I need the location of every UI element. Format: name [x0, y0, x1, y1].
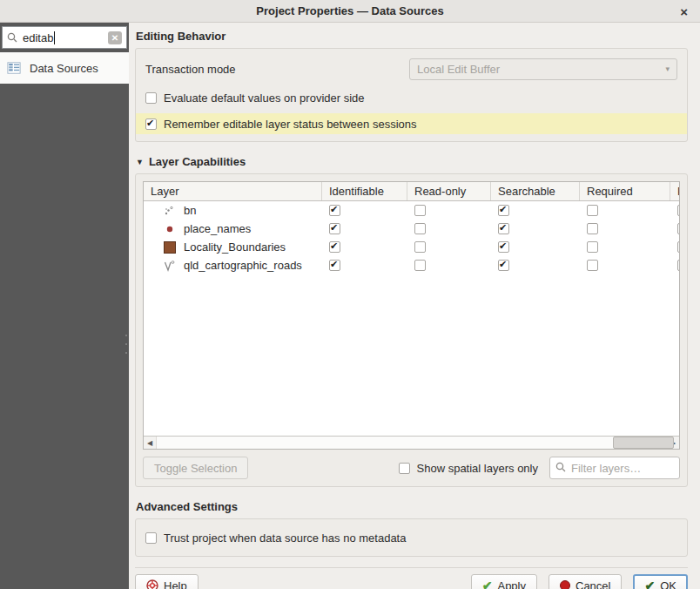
required-checkbox[interactable] — [587, 205, 598, 216]
required-checkbox[interactable] — [587, 260, 598, 271]
polygon-icon — [163, 240, 177, 254]
show-spatial-layers-row[interactable]: Show spatial layers only — [399, 462, 538, 475]
column-header-searchable[interactable]: Searchable — [491, 182, 580, 200]
dialog-button-box: Help ✔ Apply Cancel ✔ OK — [135, 567, 688, 589]
splitter-handle[interactable] — [125, 335, 128, 354]
sidebar-item-label: Data Sources — [30, 62, 98, 75]
identifiable-checkbox[interactable] — [329, 241, 340, 253]
window-title: Project Properties — Data Sources — [256, 4, 443, 17]
trust-project-row[interactable]: Trust project when data source has no me… — [145, 529, 677, 546]
required-checkbox[interactable] — [587, 241, 598, 253]
apply-label: Apply — [497, 579, 526, 589]
sidebar-item-data-sources[interactable]: Data Sources — [0, 52, 129, 84]
title-bar[interactable]: Project Properties — Data Sources × — [0, 0, 700, 23]
editing-behavior-heading: Editing Behavior — [135, 30, 688, 43]
identifiable-checkbox[interactable] — [329, 260, 340, 271]
horizontal-scrollbar[interactable]: ◀ ▶ — [144, 436, 679, 449]
private-checkbox[interactable] — [677, 241, 679, 253]
apply-button[interactable]: ✔ Apply — [471, 574, 537, 589]
layer-capabilities-heading[interactable]: ▼ Layer Capabilities — [135, 155, 688, 168]
show-spatial-layers-checkbox[interactable] — [399, 463, 410, 474]
line-icon — [163, 259, 177, 273]
project-properties-dialog: Project Properties — Data Sources × edit… — [0, 0, 700, 589]
table-row[interactable]: qld_cartographic_roads — [144, 256, 679, 274]
required-checkbox[interactable] — [587, 223, 598, 234]
column-header-read-only[interactable]: Read-only — [407, 182, 491, 200]
evaluate-default-values-checkbox[interactable] — [145, 92, 157, 104]
evaluate-default-values-label: Evaluate default values on provider side — [164, 91, 365, 105]
sidebar-empty-area — [0, 84, 129, 589]
transaction-mode-value: Local Edit Buffer — [417, 63, 500, 76]
point-cluster-icon — [163, 204, 177, 218]
ok-label: OK — [660, 579, 676, 589]
scrollbar-track[interactable] — [157, 437, 666, 449]
trust-project-checkbox[interactable] — [145, 532, 157, 544]
clear-search-icon[interactable]: ✕ — [108, 31, 122, 44]
scroll-left-icon[interactable]: ◀ — [144, 437, 157, 449]
read-only-checkbox[interactable] — [414, 205, 426, 216]
search-icon — [555, 462, 566, 475]
options-search-input[interactable]: editab ✕ — [2, 26, 127, 49]
column-header-private[interactable]: Pr — [670, 182, 680, 200]
table-row[interactable]: bn — [144, 201, 679, 220]
cancel-button[interactable]: Cancel — [549, 574, 622, 589]
evaluate-default-values-row[interactable]: Evaluate default values on provider side — [145, 89, 677, 106]
table-row[interactable]: place_names — [144, 220, 679, 238]
layer-name: Locality_Boundaries — [184, 240, 286, 254]
layer-name: qld_cartographic_roads — [184, 259, 302, 272]
private-checkbox[interactable] — [677, 205, 679, 216]
remember-editable-row[interactable]: Remember editable layer status between s… — [136, 113, 687, 134]
close-icon[interactable]: × — [676, 0, 691, 23]
layer-name: place_names — [184, 222, 251, 235]
table-row[interactable]: Locality_Boundaries — [144, 238, 679, 256]
private-checkbox[interactable] — [677, 260, 679, 271]
table-body: bn — [144, 201, 679, 436]
scrollbar-thumb[interactable] — [613, 437, 674, 449]
sidebar: editab ✕ Data Sources — [0, 23, 129, 589]
table-header-row: Layer Identifiable Read-only Searchable … — [144, 182, 679, 201]
layer-name: bn — [184, 204, 196, 217]
read-only-checkbox[interactable] — [414, 223, 426, 234]
advanced-settings-group: Trust project when data source has no me… — [135, 518, 688, 557]
column-header-layer[interactable]: Layer — [144, 182, 322, 200]
data-sources-page: Editing Behavior Transaction mode Local … — [129, 23, 700, 589]
searchable-checkbox[interactable] — [498, 205, 509, 216]
layer-capabilities-title: Layer Capabilities — [149, 155, 246, 168]
private-checkbox[interactable] — [677, 223, 679, 234]
searchable-checkbox[interactable] — [498, 260, 509, 271]
text-caret — [54, 31, 55, 44]
toggle-selection-button[interactable]: Toggle Selection — [143, 457, 248, 479]
remember-editable-label: Remember editable layer status between s… — [164, 118, 416, 131]
column-header-required[interactable]: Required — [580, 182, 670, 200]
layer-capabilities-group: Layer Identifiable Read-only Searchable … — [135, 173, 688, 487]
search-value: editab — [23, 31, 53, 44]
identifiable-checkbox[interactable] — [329, 223, 340, 234]
transaction-mode-label: Transaction mode — [145, 63, 409, 76]
ok-check-icon: ✔ — [644, 579, 655, 589]
read-only-checkbox[interactable] — [414, 241, 426, 253]
column-header-identifiable[interactable]: Identifiable — [322, 182, 407, 200]
searchable-checkbox[interactable] — [498, 241, 509, 253]
filter-layers-input[interactable] — [571, 462, 674, 475]
advanced-settings-heading: Advanced Settings — [135, 500, 688, 513]
trust-project-label: Trust project when data source has no me… — [164, 531, 406, 545]
show-spatial-layers-label: Show spatial layers only — [417, 462, 538, 475]
data-sources-icon — [7, 61, 21, 75]
chevron-down-icon: ▾ — [665, 64, 670, 73]
layer-capabilities-table[interactable]: Layer Identifiable Read-only Searchable … — [143, 181, 680, 450]
cancel-label: Cancel — [575, 579, 610, 589]
transaction-mode-select[interactable]: Local Edit Buffer ▾ — [409, 58, 677, 80]
cancel-stop-icon — [560, 580, 570, 589]
help-button[interactable]: Help — [135, 574, 199, 589]
point-marker-icon — [163, 222, 177, 236]
ok-button[interactable]: ✔ OK — [633, 574, 688, 589]
collapse-triangle-icon[interactable]: ▼ — [136, 158, 144, 166]
filter-layers-input-wrap[interactable] — [549, 457, 680, 479]
editing-behavior-group: Transaction mode Local Edit Buffer ▾ Eva… — [135, 48, 688, 142]
apply-check-icon: ✔ — [482, 579, 493, 589]
identifiable-checkbox[interactable] — [329, 205, 340, 216]
read-only-checkbox[interactable] — [414, 260, 426, 271]
searchable-checkbox[interactable] — [498, 223, 509, 234]
help-label: Help — [164, 579, 187, 589]
remember-editable-checkbox[interactable] — [145, 118, 157, 130]
